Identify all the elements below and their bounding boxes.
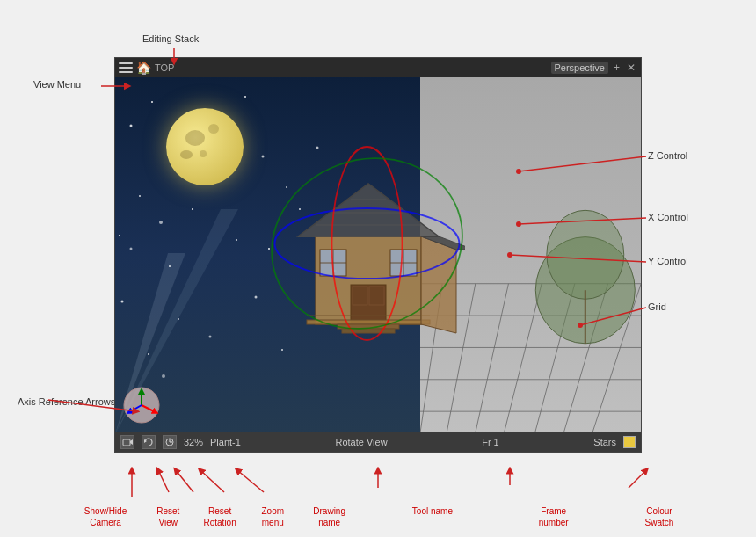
svg-point-61 <box>547 211 624 300</box>
moon <box>166 108 244 185</box>
reset-view-button[interactable] <box>142 435 156 449</box>
stars-label: Stars <box>593 437 616 447</box>
svg-point-28 <box>192 208 193 210</box>
viewport[interactable]: 🏠 TOP Perspective + ✕ <box>114 57 642 453</box>
reset-rotation-label: Reset Rotation <box>193 505 247 528</box>
view-menu-label: View Menu <box>33 79 81 90</box>
show-hide-camera-label: Show/Hide Camera <box>70 505 141 528</box>
axis-reference-label: Axis Reference Arrows <box>18 395 115 408</box>
colour-swatch-label: Colour Swatch <box>633 505 686 528</box>
svg-point-42 <box>119 235 120 236</box>
menu-icon[interactable] <box>119 62 133 73</box>
home-icon[interactable]: 🏠 <box>136 61 151 75</box>
frame-number-label: Frame number <box>527 505 580 528</box>
zoom-level[interactable]: 32% <box>184 437 203 447</box>
top-label: TOP <box>155 62 174 73</box>
svg-point-34 <box>121 301 124 303</box>
svg-line-13 <box>176 470 193 492</box>
svg-point-20 <box>151 101 153 103</box>
svg-point-44 <box>162 374 165 378</box>
maximize-button[interactable]: + <box>612 62 622 74</box>
y-control-label: Y Control <box>648 256 688 266</box>
svg-point-30 <box>236 239 237 241</box>
svg-point-26 <box>139 195 141 197</box>
svg-point-27 <box>159 221 163 224</box>
x-control-label: X Control <box>648 212 688 222</box>
tool-name: Rotate View <box>335 437 387 447</box>
svg-point-86 <box>258 132 477 355</box>
zoom-menu-label: Zoom menu <box>251 505 294 528</box>
grid-label: Grid <box>648 301 666 312</box>
perspective-label: Perspective <box>551 62 608 74</box>
viewport-container: 🏠 TOP Perspective + ✕ <box>114 57 642 453</box>
drawing-name-label: Drawing name <box>303 505 356 528</box>
viewport-header: 🏠 TOP Perspective + ✕ <box>115 58 641 77</box>
svg-point-36 <box>209 336 212 338</box>
reset-view-label: Reset View <box>148 505 189 528</box>
svg-point-37 <box>148 353 149 355</box>
editing-stack-label: Editing Stack <box>142 33 199 44</box>
drawing-name: Plant-1 <box>210 437 241 447</box>
svg-point-85 <box>332 147 403 340</box>
svg-line-55 <box>476 283 509 432</box>
z-control-label: Z Control <box>648 150 687 161</box>
svg-point-19 <box>130 125 133 127</box>
svg-rect-91 <box>123 439 130 446</box>
show-hide-camera-button[interactable] <box>120 435 134 449</box>
svg-line-15 <box>237 470 264 492</box>
svg-line-12 <box>158 470 169 492</box>
viewport-footer: 32% Plant-1 Rotate View Fr 1 Stars <box>115 432 641 452</box>
tool-name-label: Tool name <box>408 505 456 517</box>
reset-rotation-button[interactable] <box>163 435 177 449</box>
svg-line-18 <box>629 470 646 488</box>
svg-point-84 <box>275 208 460 279</box>
svg-line-14 <box>200 470 224 492</box>
svg-point-24 <box>244 96 246 98</box>
close-button[interactable]: ✕ <box>625 62 637 74</box>
frame-number: Fr 1 <box>482 437 499 447</box>
colour-swatch[interactable] <box>623 436 636 448</box>
svg-point-31 <box>130 248 133 250</box>
